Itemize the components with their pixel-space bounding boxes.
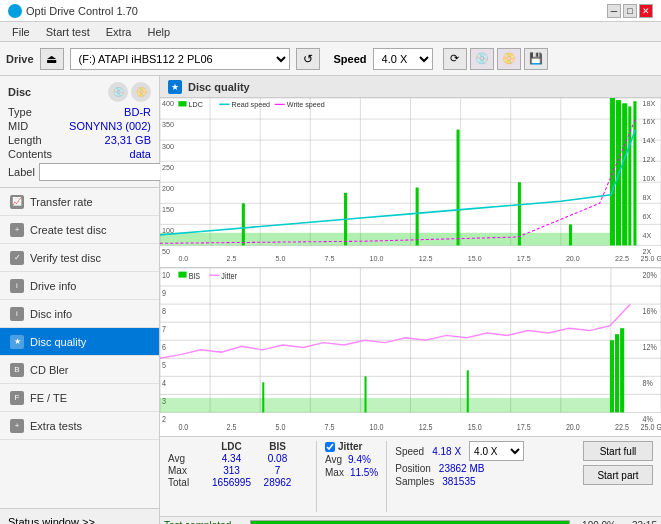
disc-length-val: 23,31 GB (105, 134, 151, 146)
sidebar-item-verify-test-disc[interactable]: ✓ Verify test disc (0, 244, 159, 272)
sidebar-item-disc-quality[interactable]: ★ Disc quality (0, 328, 159, 356)
col-bis-header: BIS (255, 441, 300, 452)
svg-text:2.5: 2.5 (226, 254, 236, 263)
minimize-button[interactable]: ─ (607, 4, 621, 18)
svg-text:50: 50 (162, 247, 170, 256)
svg-text:200: 200 (162, 184, 174, 193)
svg-text:20.0: 20.0 (566, 254, 580, 263)
svg-text:14X: 14X (643, 136, 656, 145)
disc-header: Disc 💿 📀 (8, 82, 151, 102)
maximize-button[interactable]: □ (623, 4, 637, 18)
sidebar-item-fe-te[interactable]: F FE / TE (0, 384, 159, 412)
disc-label-input[interactable] (39, 163, 172, 181)
svg-text:16%: 16% (643, 306, 657, 316)
svg-text:5: 5 (162, 360, 167, 370)
col-empty (168, 441, 208, 452)
sidebar-item-extra-tests[interactable]: + Extra tests (0, 412, 159, 440)
svg-text:5.0: 5.0 (276, 422, 287, 432)
disc-quality-header: ★ Disc quality (160, 76, 661, 98)
drive-label: Drive (6, 53, 34, 65)
transfer-rate-icon: 📈 (10, 195, 24, 209)
start-part-button[interactable]: Start part (583, 465, 653, 485)
drive-eject-button[interactable]: ⏏ (40, 48, 64, 70)
menu-start-test[interactable]: Start test (38, 22, 98, 42)
svg-rect-60 (178, 101, 186, 106)
svg-text:7: 7 (162, 324, 166, 334)
stats-avg-row: Avg 4.34 0.08 (168, 453, 308, 464)
svg-text:25.0 GB: 25.0 GB (641, 422, 661, 432)
disc-panel: Disc 💿 📀 Type BD-R MID SONYNN3 (002) Len… (0, 76, 159, 188)
svg-rect-49 (242, 203, 245, 245)
samples-val: 381535 (442, 476, 475, 487)
svg-text:4: 4 (162, 378, 167, 388)
svg-text:LDC: LDC (189, 100, 203, 109)
jitter-max-label: Max (325, 467, 344, 478)
svg-text:17.5: 17.5 (517, 254, 531, 263)
ldc-chart: 400 350 300 250 200 150 100 50 18X 16X 1… (160, 98, 661, 268)
menu-help[interactable]: Help (139, 22, 178, 42)
sidebar-item-create-test-disc[interactable]: + Create test disc (0, 216, 159, 244)
stats-header-row: LDC BIS (168, 441, 308, 452)
sidebar-item-transfer-rate[interactable]: 📈 Transfer rate (0, 188, 159, 216)
drive-info-icon: i (10, 279, 24, 293)
nav-label-disc-quality: Disc quality (30, 336, 86, 348)
sidebar-item-disc-info[interactable]: i Disc info (0, 300, 159, 328)
menu-extra[interactable]: Extra (98, 22, 140, 42)
close-button[interactable]: ✕ (639, 4, 653, 18)
nav-label-verify-test-disc: Verify test disc (30, 252, 101, 264)
svg-text:12.5: 12.5 (419, 254, 433, 263)
disc-contents-row: Contents data (8, 148, 151, 160)
sidebar-item-cd-bler[interactable]: B CD Bler (0, 356, 159, 384)
speed-pos-section: Speed 4.18 X 4.0 X Position 23862 MB Sam… (395, 441, 524, 487)
status-window-toggle[interactable]: Status window >> (0, 508, 159, 524)
jitter-section: Jitter Avg 9.4% Max 11.5% (325, 441, 378, 478)
ldc-chart-svg: 400 350 300 250 200 150 100 50 18X 16X 1… (160, 98, 661, 267)
test-speed-select[interactable]: 4.0 X (469, 441, 524, 461)
start-full-button[interactable]: Start full (583, 441, 653, 461)
disc-mid-label: MID (8, 120, 28, 132)
titlebar-left: Opti Drive Control 1.70 (8, 4, 138, 18)
save-icon-btn[interactable]: 💾 (524, 48, 548, 70)
disc-quality-title: Disc quality (188, 81, 250, 93)
svg-text:400: 400 (162, 99, 174, 108)
svg-rect-52 (457, 130, 460, 246)
svg-text:Jitter: Jitter (221, 271, 237, 281)
disc-icon1[interactable]: 💿 (108, 82, 128, 102)
app-icon (8, 4, 22, 18)
progress-fill (251, 521, 569, 525)
svg-rect-54 (569, 224, 572, 245)
verify-test-disc-icon: ✓ (10, 251, 24, 265)
drive-toolbar-icons: ⟳ 💿 📀 💾 (443, 48, 548, 70)
svg-text:16X: 16X (643, 117, 656, 126)
progress-track (250, 520, 570, 525)
svg-rect-55 (610, 98, 615, 245)
charts-area: 400 350 300 250 200 150 100 50 18X 16X 1… (160, 98, 661, 436)
scan-icon-btn[interactable]: ⟳ (443, 48, 467, 70)
jitter-checkbox[interactable] (325, 442, 335, 452)
stats-total-row: Total 1656995 28962 (168, 477, 308, 488)
speed-select[interactable]: 4.0 X (373, 48, 433, 70)
drivebar: Drive ⏏ (F:) ATAPI iHBS112 2 PL06 ↺ Spee… (0, 42, 661, 76)
disc-info-icon: i (10, 307, 24, 321)
disc-type-row: Type BD-R (8, 106, 151, 118)
svg-text:22.5: 22.5 (615, 254, 629, 263)
create-test-disc-icon: + (10, 223, 24, 237)
max-bis-val: 7 (255, 465, 300, 476)
svg-text:10X: 10X (643, 174, 656, 183)
disc-icon2[interactable]: 📀 (131, 82, 151, 102)
svg-rect-112 (160, 397, 610, 411)
speed-label: Speed (334, 53, 367, 65)
disc2-icon-btn[interactable]: 📀 (497, 48, 521, 70)
drive-select[interactable]: (F:) ATAPI iHBS112 2 PL06 (70, 48, 290, 70)
disc-icon-btn[interactable]: 💿 (470, 48, 494, 70)
svg-rect-48 (160, 233, 610, 246)
disc-length-row: Length 23,31 GB (8, 134, 151, 146)
sidebar-item-drive-info[interactable]: i Drive info (0, 272, 159, 300)
nav-label-fe-te: FE / TE (30, 392, 67, 404)
svg-rect-113 (262, 382, 264, 412)
drive-refresh-button[interactable]: ↺ (296, 48, 320, 70)
svg-text:22.5: 22.5 (615, 422, 630, 432)
menu-file[interactable]: File (4, 22, 38, 42)
position-row: Position 23862 MB (395, 463, 524, 474)
svg-text:17.5: 17.5 (517, 422, 532, 432)
